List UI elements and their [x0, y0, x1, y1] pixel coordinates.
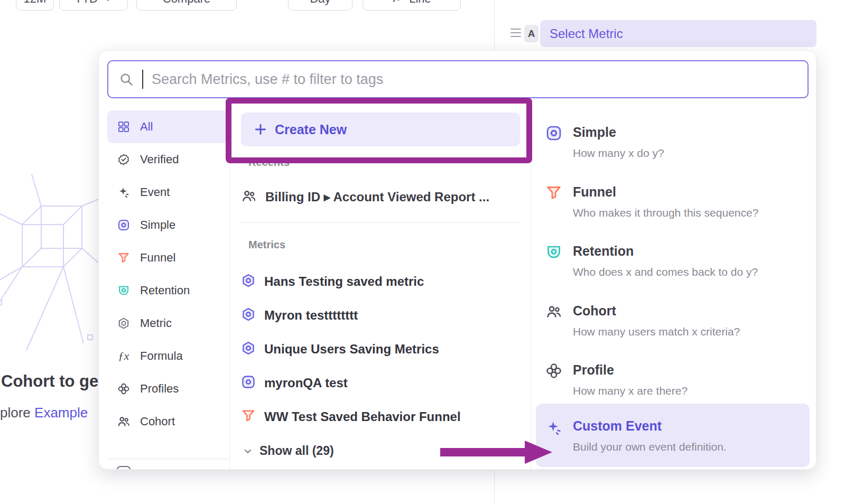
hexagon-purple-icon [241, 307, 256, 324]
chevron-down-icon [103, 0, 113, 4]
recent-metric-label: Billing ID ▸ Account Viewed Report ... [265, 190, 489, 204]
retention-cup-icon [117, 284, 131, 297]
interval-day-button[interactable]: Day [288, 0, 352, 11]
filter-profiles[interactable]: Profiles [107, 372, 229, 405]
verified-badge-icon [117, 153, 131, 166]
example-reports-link[interactable]: Example [34, 405, 88, 421]
metric-list-item[interactable]: Myron testttttttt [241, 302, 358, 329]
range-12m-label: 12M [24, 0, 47, 6]
type-desc: How many users match x criteria? [573, 325, 740, 338]
funnel-icon [241, 408, 256, 425]
filter-profiles-label: Profiles [140, 382, 179, 396]
metric-picker-modal: All Verified Event Simple [98, 50, 816, 470]
flower-icon [545, 362, 562, 379]
sparkle-icon [545, 419, 562, 436]
range-ytd-label: YTD [75, 0, 98, 6]
people-icon [241, 188, 257, 206]
compare-label: Compare [163, 0, 210, 6]
filter-formula-label: Formula [140, 349, 183, 363]
filter-funnel-label: Funnel [140, 251, 175, 265]
filter-event[interactable]: Event [107, 176, 229, 209]
metric-list-label: Myron testttttttt [264, 308, 358, 323]
recent-metric-item[interactable]: Billing ID ▸ Account Viewed Report ... [241, 184, 489, 210]
metric-list-item[interactable]: Unique Users Saving Metrics [241, 336, 439, 362]
metric-list-label: WW Test Saved Behavior Funnel [264, 409, 461, 424]
chart-type-line-label: Line [409, 0, 431, 6]
filter-sidebar: All Verified Event Simple [107, 110, 229, 438]
flower-icon [117, 382, 131, 396]
type-retention[interactable]: Retention Who does x and comes back to d… [536, 244, 810, 296]
empty-state-subtitle-text: plore [0, 405, 34, 421]
square-purple-icon [241, 375, 256, 391]
hexagon-purple-icon [241, 273, 256, 290]
line-chart-icon [392, 0, 404, 5]
metric-search-input[interactable] [152, 71, 797, 88]
range-12m-button[interactable]: 12M [16, 0, 54, 11]
funnel-icon [545, 184, 562, 201]
metric-list-item[interactable]: WW Test Saved Behavior Funnel [241, 404, 461, 430]
interval-day-label: Day [310, 0, 330, 6]
search-icon [119, 72, 134, 87]
sidebar-column-divider [229, 110, 230, 470]
sidebar-item-partial-icon[interactable] [117, 466, 131, 470]
empty-state-subtitle: plore Example [0, 405, 88, 421]
plus-icon [254, 123, 267, 136]
metric-list-item[interactable]: Hans Testing saved metric [241, 268, 424, 295]
filter-all-label: All [140, 120, 153, 134]
create-new-label: Create New [275, 122, 347, 137]
type-title: Retention [573, 244, 634, 259]
show-all-button[interactable]: Show all (29) [243, 444, 334, 458]
retention-cup-icon [545, 244, 562, 260]
filter-funnel[interactable]: Funnel [107, 241, 229, 274]
filter-cohort[interactable]: Cohort [107, 405, 229, 438]
metric-list-item[interactable]: myronQA test [241, 370, 348, 396]
grid-icon [117, 120, 131, 134]
simple-square-icon [545, 125, 562, 142]
type-title: Cohort [573, 303, 616, 319]
type-title: Custom Event [573, 418, 662, 434]
metrics-header: Metrics [248, 239, 285, 251]
formula-fx-icon: ƒx [117, 349, 131, 363]
select-metric-field[interactable]: Select Metric [540, 20, 816, 47]
filter-formula[interactable]: ƒx Formula [107, 340, 229, 372]
hexagon-icon [117, 316, 131, 330]
type-simple[interactable]: Simple How many x do y? [536, 125, 810, 178]
show-all-label: Show all (29) [259, 444, 334, 458]
empty-state-title: Cohort to ge [1, 372, 98, 391]
funnel-icon [117, 251, 131, 265]
type-desc: Who makes it through this sequence? [573, 207, 758, 219]
filter-simple[interactable]: Simple [107, 209, 229, 241]
type-desc: How many x do y? [573, 147, 664, 160]
metric-row-badge: A [524, 25, 539, 42]
type-desc: How many x are there? [573, 385, 688, 397]
type-title: Simple [573, 125, 616, 140]
compare-button[interactable]: Compare [136, 0, 237, 11]
chart-type-line-button[interactable]: Line [363, 0, 461, 11]
filter-verified[interactable]: Verified [107, 143, 229, 176]
filter-metric[interactable]: Metric [107, 307, 229, 340]
metric-list-label: Unique Users Saving Metrics [264, 342, 439, 357]
hexagon-purple-icon [241, 341, 256, 358]
type-custom-event[interactable]: Custom Event Build your own event defini… [536, 404, 810, 467]
type-desc: Who does x and comes back to do y? [573, 266, 758, 278]
sidebar-divider [107, 459, 229, 459]
filter-retention-label: Retention [140, 284, 190, 297]
metric-search-field[interactable] [107, 60, 809, 98]
recents-metrics-divider [241, 222, 520, 223]
create-new-button[interactable]: Create New [241, 113, 520, 146]
type-title: Profile [573, 362, 614, 378]
types-column-divider [531, 110, 531, 470]
select-metric-label: Select Metric [550, 26, 623, 41]
filter-event-label: Event [140, 185, 170, 199]
drag-handle-icon[interactable] [510, 29, 521, 37]
filter-all[interactable]: All [107, 110, 229, 143]
metric-list-label: Hans Testing saved metric [264, 274, 424, 289]
recents-header: Recents [248, 156, 290, 169]
type-cohort[interactable]: Cohort How many users match x criteria? [536, 303, 810, 356]
filter-retention[interactable]: Retention [107, 274, 229, 307]
type-funnel[interactable]: Funnel Who makes it through this sequenc… [536, 184, 810, 237]
range-ytd-button[interactable]: YTD [59, 0, 128, 11]
people-icon [117, 415, 131, 428]
metric-list-label: myronQA test [264, 376, 348, 390]
simple-square-icon [117, 218, 131, 232]
